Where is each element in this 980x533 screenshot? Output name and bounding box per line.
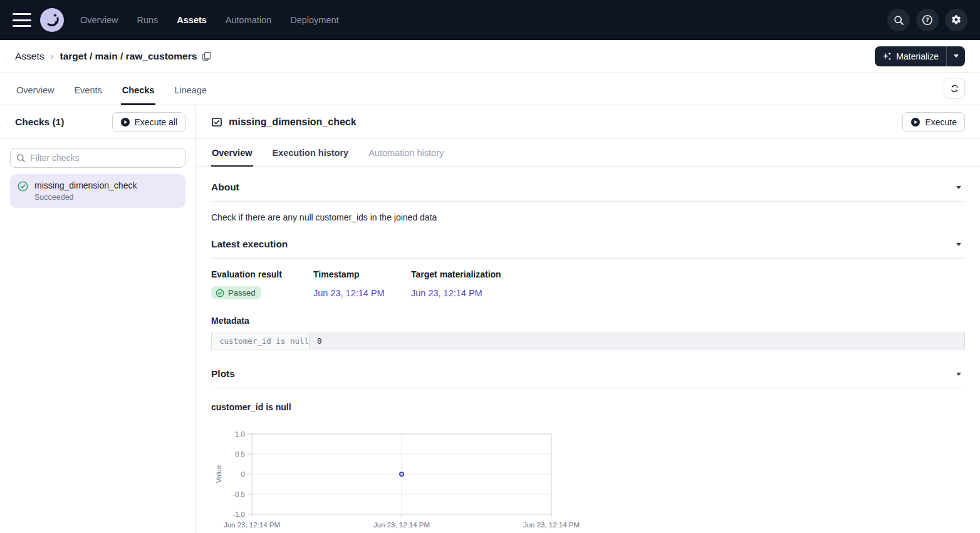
help-button[interactable]: ?: [916, 9, 939, 31]
about-heading: About: [211, 182, 239, 193]
asset-check-icon: [211, 116, 222, 128]
svg-text:-0.5: -0.5: [232, 490, 245, 498]
search-icon: [894, 15, 904, 26]
nav-overview[interactable]: Overview: [80, 15, 118, 25]
top-navbar: Overview Runs Assets Automation Deployme…: [0, 0, 980, 40]
tab-execution-history[interactable]: Execution history: [272, 139, 350, 167]
check-detail-pane: missing_dimension_check Execute Overview…: [196, 105, 980, 533]
svg-text:1.0: 1.0: [235, 430, 245, 438]
checks-list: missing_dimension_check Succeeded: [0, 139, 195, 217]
timestamp-link[interactable]: Jun 23, 12:14 PM: [313, 288, 385, 298]
tab-checks[interactable]: Checks: [121, 76, 156, 105]
execute-all-label: Execute all: [135, 117, 177, 127]
metadata-table: customer_id is null 0: [211, 333, 965, 349]
search-button[interactable]: [887, 9, 910, 31]
nav-deployment[interactable]: Deployment: [290, 15, 338, 25]
check-description: Check if there are any null customer_ids…: [211, 212, 965, 222]
svg-text:Value: Value: [215, 465, 222, 484]
check-detail-header: missing_dimension_check Execute: [196, 105, 980, 139]
app-root: Overview Runs Assets Automation Deployme…: [0, 0, 980, 533]
plots-heading: Plots: [211, 368, 235, 380]
menu-button[interactable]: [13, 13, 31, 27]
filter-checks-input[interactable]: [10, 148, 185, 168]
tab-events[interactable]: Events: [73, 76, 103, 105]
asset-tabs: Overview Events Checks Lineage: [0, 73, 980, 105]
column-target-materialization: Target materialization: [411, 269, 965, 279]
hamburger-icon: [13, 13, 31, 15]
tab-automation-history[interactable]: Automation history: [368, 139, 444, 167]
latest-execution-heading: Latest execution: [211, 239, 288, 250]
settings-icon: [951, 14, 962, 26]
checks-count-heading: Checks (1): [15, 116, 64, 128]
help-icon: ?: [922, 14, 933, 26]
column-evaluation-result: Evaluation result: [211, 269, 313, 279]
evaluation-result-value: Passed: [228, 288, 255, 298]
breadcrumb-separator: ›: [51, 51, 54, 61]
collapse-caret-icon[interactable]: [956, 373, 961, 376]
check-detail-body: About Check if there are any null custom…: [196, 167, 980, 533]
collapse-caret-icon[interactable]: [956, 186, 961, 189]
svg-text:?: ?: [925, 16, 929, 23]
materialize-split-button: Materialize: [875, 46, 965, 66]
latest-execution-section-header[interactable]: Latest execution: [211, 239, 965, 259]
checks-sidebar-header: Checks (1) Execute all: [0, 105, 195, 139]
primary-nav: Overview Runs Assets Automation Deployme…: [80, 15, 339, 25]
check-detail-tabs: Overview Execution history Automation hi…: [196, 139, 980, 167]
collapse-caret-icon[interactable]: [956, 243, 961, 246]
passed-badge: Passed: [211, 286, 261, 299]
execute-label: Execute: [925, 117, 957, 127]
scatter-plot: 1.00.50-0.5-1.0Jun 23, 12:14 PMJun 23, 1…: [211, 426, 603, 533]
target-materialization-link[interactable]: Jun 23, 12:14 PM: [411, 288, 482, 298]
svg-text:0.5: 0.5: [235, 450, 245, 458]
latest-execution-grid: Evaluation result Timestamp Target mater…: [211, 269, 965, 299]
metadata-value: 0: [310, 333, 964, 349]
metadata-key: customer_id is null: [212, 333, 310, 349]
materialize-dropdown-button[interactable]: [946, 46, 965, 66]
about-section-header[interactable]: About: [211, 167, 965, 202]
check-title: missing_dimension_check: [229, 116, 357, 128]
check-plot: 1.00.50-0.5-1.0Jun 23, 12:14 PMJun 23, 1…: [211, 426, 965, 533]
tab-check-overview[interactable]: Overview: [211, 139, 253, 167]
play-icon: [910, 117, 920, 127]
svg-text:Jun 23, 12:14 PM: Jun 23, 12:14 PM: [523, 521, 580, 529]
copy-icon[interactable]: [202, 51, 211, 61]
check-list-item[interactable]: missing_dimension_check Succeeded: [10, 174, 185, 208]
search-icon: [16, 153, 26, 163]
execute-button[interactable]: Execute: [902, 112, 965, 132]
metadata-heading: Metadata: [211, 316, 965, 326]
check-name: missing_dimension_check: [34, 180, 137, 190]
nav-runs[interactable]: Runs: [137, 15, 158, 25]
check-success-icon: [18, 181, 28, 194]
svg-text:-1.0: -1.0: [232, 510, 245, 518]
content-area: Checks (1) Execute all missing_dimension: [0, 105, 980, 533]
svg-text:Jun 23, 12:14 PM: Jun 23, 12:14 PM: [373, 521, 430, 529]
breadcrumb-row: Assets › target / main / raw_customers M…: [0, 40, 980, 73]
tab-overview[interactable]: Overview: [15, 76, 55, 105]
plot-title: customer_id is null: [211, 402, 965, 412]
breadcrumb-asset-path: target / main / raw_customers: [60, 51, 197, 62]
checks-sidebar: Checks (1) Execute all missing_dimension: [0, 105, 196, 533]
materialize-label: Materialize: [896, 51, 939, 61]
chevron-down-icon: [954, 54, 959, 58]
settings-button[interactable]: [945, 9, 967, 31]
sparkle-icon: [882, 51, 892, 61]
execute-all-button[interactable]: Execute all: [112, 112, 185, 132]
check-circle-icon: [216, 289, 224, 298]
nav-automation[interactable]: Automation: [226, 15, 271, 25]
tab-lineage[interactable]: Lineage: [173, 76, 208, 105]
refresh-button[interactable]: [944, 78, 965, 99]
plots-section-header[interactable]: Plots: [211, 368, 965, 388]
filter-checks-field: [10, 148, 185, 168]
play-icon: [120, 117, 130, 127]
breadcrumb-assets-link[interactable]: Assets: [15, 51, 44, 62]
materialize-button[interactable]: Materialize: [875, 46, 946, 66]
svg-text:0: 0: [241, 470, 245, 478]
nav-assets[interactable]: Assets: [177, 15, 207, 25]
svg-text:Jun 23, 12:14 PM: Jun 23, 12:14 PM: [224, 521, 280, 529]
refresh-icon: [950, 84, 959, 93]
navbar-actions: ?: [887, 9, 967, 31]
dagster-logo-icon[interactable]: [40, 8, 64, 32]
column-timestamp: Timestamp: [313, 269, 411, 279]
check-status: Succeeded: [34, 193, 137, 202]
